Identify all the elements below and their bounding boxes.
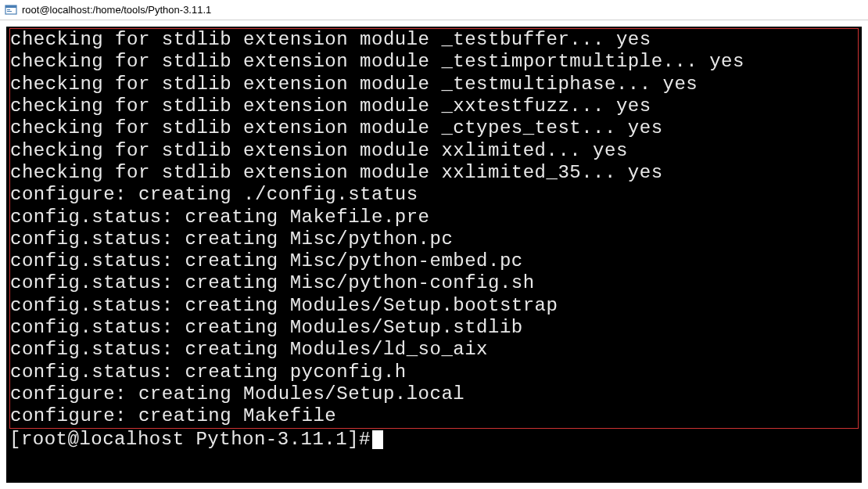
terminal[interactable]: checking for stdlib extension module _te… (6, 27, 862, 483)
terminal-output-line: checking for stdlib extension module _te… (10, 74, 858, 95)
terminal-output-line: config.status: creating Modules/ld_so_ai… (10, 339, 858, 361)
terminal-output-line: config.status: creating Modules/Setup.bo… (10, 295, 858, 317)
terminal-output-line: configure: creating Makefile (10, 405, 858, 427)
terminal-prompt-line[interactable]: [root@localhost Python-3.11.1]# (9, 429, 859, 451)
terminal-output-line: config.status: creating Misc/python-conf… (10, 272, 858, 294)
terminal-output-line: config.status: creating Modules/Setup.st… (10, 317, 858, 339)
terminal-container: checking for stdlib extension module _te… (0, 20, 868, 489)
terminal-output-line: config.status: creating Misc/python-embe… (10, 250, 858, 272)
terminal-output-block: checking for stdlib extension module _te… (9, 28, 859, 429)
terminal-cursor (372, 430, 383, 449)
window-title: root@localhost:/home/tools/Python-3.11.1 (22, 4, 211, 16)
terminal-output-line: checking for stdlib extension module _te… (10, 51, 858, 73)
terminal-output-line: config.status: creating pyconfig.h (10, 361, 858, 383)
terminal-icon (5, 4, 17, 16)
terminal-output-line: configure: creating ./config.status (10, 184, 858, 206)
terminal-output-line: config.status: creating Misc/python.pc (10, 228, 858, 250)
terminal-prompt: [root@localhost Python-3.11.1]# (9, 429, 371, 451)
window-title-bar: root@localhost:/home/tools/Python-3.11.1 (0, 0, 868, 20)
terminal-output-line: checking for stdlib extension module _ct… (10, 117, 858, 139)
terminal-output-line: checking for stdlib extension module xxl… (10, 162, 858, 184)
terminal-output-line: config.status: creating Makefile.pre (10, 207, 858, 228)
terminal-output-line: checking for stdlib extension module xxl… (10, 140, 858, 162)
svg-rect-1 (5, 5, 16, 8)
svg-rect-3 (7, 11, 12, 12)
svg-rect-2 (7, 9, 10, 10)
terminal-output-line: configure: creating Modules/Setup.local (10, 383, 858, 405)
terminal-output-line: checking for stdlib extension module _xx… (10, 95, 858, 117)
terminal-output-line: checking for stdlib extension module _te… (10, 29, 858, 51)
